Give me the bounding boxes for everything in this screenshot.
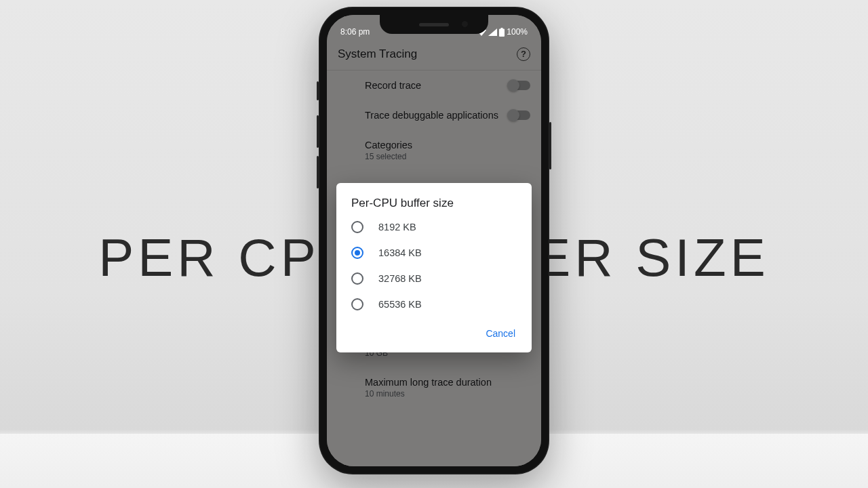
dialog-actions: Cancel xyxy=(336,317,532,347)
radio-icon xyxy=(351,272,363,285)
battery-percent: 100% xyxy=(507,27,528,37)
signal-icon xyxy=(488,28,497,36)
radio-label: 32768 KB xyxy=(378,273,422,284)
svg-rect-1 xyxy=(501,28,503,29)
radio-option-65536[interactable]: 65536 KB xyxy=(336,291,532,317)
status-time: 8:06 pm xyxy=(340,27,370,37)
dialog-title: Per-CPU buffer size xyxy=(336,197,532,214)
phone-notch xyxy=(380,15,488,34)
radio-option-32768[interactable]: 32768 KB xyxy=(336,266,532,291)
radio-label: 8192 KB xyxy=(378,222,416,232)
radio-icon xyxy=(351,221,363,233)
buffer-size-dialog: Per-CPU buffer size 8192 KB 16384 KB 327… xyxy=(336,183,532,352)
radio-label: 16384 KB xyxy=(378,247,422,258)
phone-mockup: 8:06 pm 100% System Tracing ? Record tra… xyxy=(319,7,549,474)
svg-rect-0 xyxy=(499,28,505,37)
radio-icon xyxy=(351,298,363,310)
radio-option-16384[interactable]: 16384 KB xyxy=(336,240,532,266)
radio-option-8192[interactable]: 8192 KB xyxy=(336,214,532,240)
radio-icon xyxy=(351,247,363,259)
cancel-button[interactable]: Cancel xyxy=(479,323,522,344)
battery-icon xyxy=(499,28,505,37)
radio-label: 65536 KB xyxy=(378,299,422,310)
phone-screen: 8:06 pm 100% System Tracing ? Record tra… xyxy=(327,15,541,466)
